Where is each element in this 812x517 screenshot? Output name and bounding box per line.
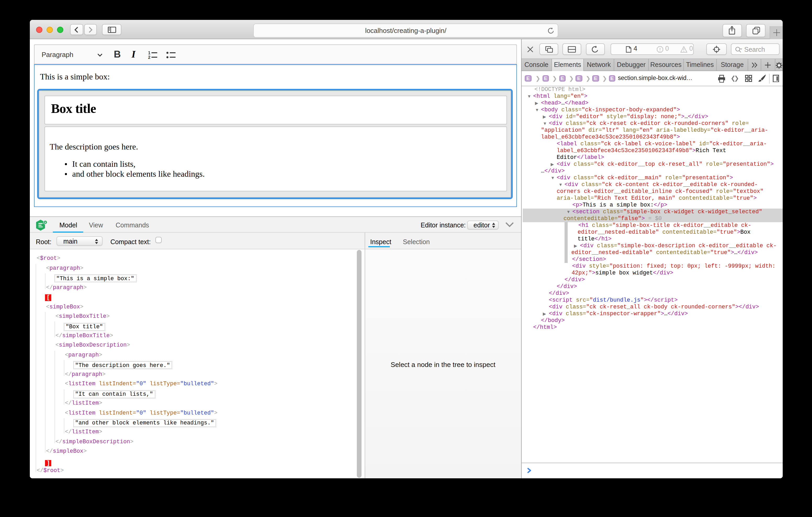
svg-text:2: 2 — [148, 55, 150, 59]
svg-text:1: 1 — [148, 51, 150, 55]
svg-text:5: 5 — [44, 221, 46, 223]
